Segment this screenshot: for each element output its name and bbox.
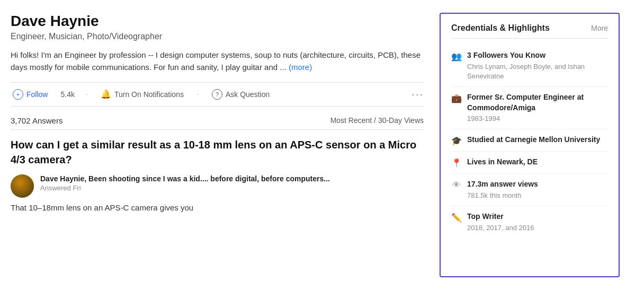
action-bar: + Follow 5.4k · 🔔 Turn On Notifications … (11, 82, 424, 107)
cred-title-1[interactable]: Former Sr. Computer Engineer at Commodor… (467, 92, 608, 113)
cred-title-5[interactable]: Top Writer (467, 212, 534, 222)
more-options-button[interactable]: ··· (412, 88, 424, 100)
credentials-list: 👥 3 Followers You Know Chris Lynam, Jose… (451, 45, 608, 238)
answers-header: 3,702 Answers Most Recent / 30-Day Views (11, 116, 424, 130)
credentials-sidebar: Credentials & Highlights More 👥 3 Follow… (440, 13, 620, 277)
cred-content-4: 17.3m answer views 781.5k this month (467, 179, 538, 200)
answer-snippet: That 10–18mm lens on an APS-C camera giv… (11, 202, 424, 214)
answer-preview: Dave Haynie, Been shooting since I was a… (11, 174, 424, 198)
profile-name: Dave Haynie (11, 13, 424, 30)
avatar (11, 174, 34, 198)
question-item: How can I get a similar result as a 10-1… (11, 137, 424, 214)
profile-header: Dave Haynie Engineer, Musician, Photo/Vi… (11, 13, 424, 74)
cred-content-0: 3 Followers You Know Chris Lynam, Joseph… (467, 50, 608, 81)
notifications-button[interactable]: 🔔 Turn On Notifications (99, 88, 186, 100)
answer-author: Dave Haynie, Been shooting since I was a… (40, 174, 330, 183)
question-icon: ? (212, 89, 222, 100)
cred-subtitle-1: 1983-1994 (467, 114, 608, 124)
profile-tagline: Engineer, Musician, Photo/Videographer (11, 32, 424, 41)
cred-content-1: Former Sr. Computer Engineer at Commodor… (467, 92, 608, 124)
credential-item-5: ✏️ Top Writer 2018, 2017, and 2016 (451, 206, 608, 238)
cred-subtitle-0: Chris Lynam, Joseph Boyle, and Ishan Sen… (467, 62, 608, 81)
avatar-image (11, 174, 34, 198)
cred-icon-3: 📍 (451, 158, 462, 168)
sidebar-title: Credentials & Highlights (451, 23, 550, 33)
sidebar-header: Credentials & Highlights More (451, 23, 608, 39)
cred-title-0[interactable]: 3 Followers You Know (467, 50, 608, 61)
cred-icon-0: 👥 (451, 51, 462, 81)
main-content: Dave Haynie Engineer, Musician, Photo/Vi… (11, 13, 424, 277)
cred-subtitle-5: 2018, 2017, and 2016 (467, 223, 534, 233)
profile-bio: Hi folks! I'm an Engineer by profession … (11, 49, 424, 74)
cred-title-3[interactable]: Lives in Newark, DE (467, 157, 538, 168)
cred-subtitle-4: 781.5k this month (467, 191, 538, 200)
cred-content-2: Studied at Carnegie Mellon University (467, 135, 600, 146)
cred-icon-1: 💼 (451, 93, 462, 124)
cred-content-3: Lives in Newark, DE (467, 157, 538, 168)
bio-text: Hi folks! I'm an Engineer by profession … (11, 50, 421, 72)
credential-item-4: 👁 17.3m answer views 781.5k this month (451, 174, 608, 206)
question-title[interactable]: How can I get a similar result as a 10-1… (11, 137, 424, 167)
follow-button[interactable]: + Follow (11, 88, 50, 101)
cred-icon-5: ✏️ (451, 213, 462, 233)
credential-item-3: 📍 Lives in Newark, DE (451, 152, 608, 174)
follow-icon: + (13, 89, 23, 100)
separator-2: · (196, 89, 199, 100)
answer-timestamp: Answered Fri (40, 184, 330, 192)
cred-title-4[interactable]: 17.3m answer views (467, 179, 538, 190)
separator-1: · (85, 89, 88, 100)
answer-meta: Dave Haynie, Been shooting since I was a… (40, 174, 330, 198)
credential-item-0: 👥 3 Followers You Know Chris Lynam, Jose… (451, 45, 608, 87)
ask-question-button[interactable]: ? Ask Question (210, 88, 272, 101)
sidebar-more-button[interactable]: More (591, 24, 608, 32)
cred-content-5: Top Writer 2018, 2017, and 2016 (467, 212, 534, 233)
credential-item-1: 💼 Former Sr. Computer Engineer at Commod… (451, 87, 608, 129)
cred-icon-2: 🎓 (451, 136, 462, 146)
answers-sort: Most Recent / 30-Day Views (330, 116, 424, 125)
bio-more-link[interactable]: (more) (289, 63, 312, 72)
follow-count: 5.4k (60, 90, 74, 99)
credential-item-2: 🎓 Studied at Carnegie Mellon University (451, 129, 608, 152)
answers-count: 3,702 Answers (11, 116, 62, 125)
cred-title-2[interactable]: Studied at Carnegie Mellon University (467, 135, 600, 145)
cred-icon-4: 👁 (451, 180, 462, 200)
bell-icon: 🔔 (101, 89, 111, 99)
